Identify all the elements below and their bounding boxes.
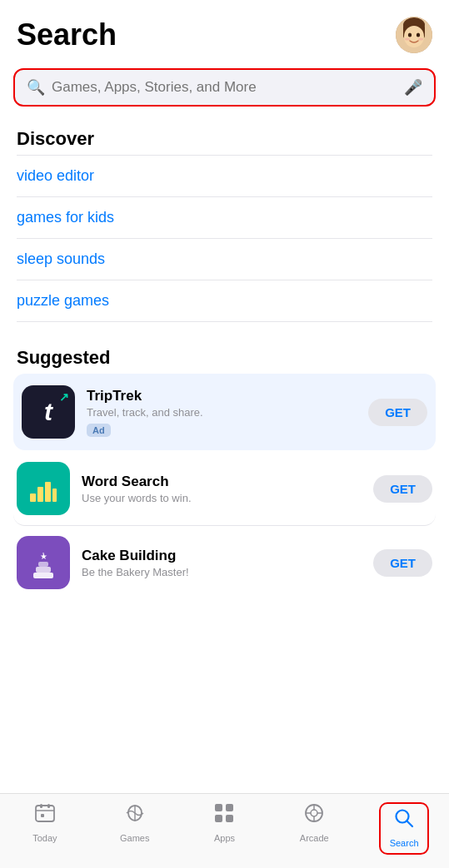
svg-rect-9	[30, 494, 36, 502]
discover-item[interactable]: puzzle games	[17, 280, 432, 322]
app-name: Word Search	[82, 474, 362, 490]
nav-label-apps: Apps	[214, 833, 235, 843]
app-icon-wordsearch	[17, 462, 70, 515]
search-bar[interactable]: 🔍 🎤	[13, 68, 436, 107]
app-row-triptrek[interactable]: t ↗ TripTrek Travel, track, and share. A…	[13, 374, 436, 450]
svg-rect-18	[36, 806, 54, 821]
discover-item[interactable]: video editor	[17, 155, 432, 197]
triptrek-arrow-icon: ↗	[59, 390, 69, 404]
avatar[interactable]	[396, 17, 432, 53]
suggested-section-title: Suggested	[0, 339, 449, 374]
svg-rect-20	[47, 804, 50, 808]
svg-rect-19	[40, 804, 42, 808]
svg-rect-22	[41, 814, 44, 817]
apps-icon	[213, 802, 235, 830]
page-title: Search	[17, 17, 117, 52]
svg-point-7	[405, 38, 410, 41]
nav-label-arcade: Arcade	[300, 833, 329, 843]
nav-item-apps[interactable]: Apps	[199, 802, 249, 843]
search-icon: 🔍	[27, 78, 45, 97]
discover-section-title: Discover	[0, 120, 449, 155]
app-row-wordsearch[interactable]: Word Search Use your words to win. GET	[13, 452, 436, 526]
app-info-cakebuilding: Cake Building Be the Bakery Master!	[82, 548, 362, 578]
svg-text:↑: ↑	[42, 550, 46, 558]
search-nav-icon	[393, 807, 415, 835]
today-icon	[34, 802, 56, 830]
nav-label-today: Today	[32, 833, 57, 843]
discover-list: video editor games for kids sleep sounds…	[0, 155, 449, 322]
bottom-nav: Today Games Apps	[0, 793, 449, 868]
discover-section: Discover video editor games for kids sle…	[0, 120, 449, 322]
svg-rect-10	[37, 487, 43, 502]
svg-rect-12	[52, 489, 57, 502]
app-icon-cakebuilding: ★ ↑	[17, 536, 70, 589]
svg-point-29	[311, 810, 317, 816]
search-bar-container: 🔍 🎤	[0, 62, 449, 120]
app-desc: Be the Bakery Master!	[82, 566, 362, 578]
svg-rect-27	[226, 815, 233, 822]
nav-item-arcade[interactable]: Arcade	[289, 802, 339, 843]
svg-rect-11	[45, 482, 51, 502]
arcade-icon	[303, 802, 325, 830]
page-header: Search	[0, 0, 449, 62]
app-info-wordsearch: Word Search Use your words to win.	[82, 474, 362, 504]
nav-item-today[interactable]: Today	[20, 802, 70, 843]
svg-line-35	[407, 821, 413, 827]
microphone-icon[interactable]: 🎤	[404, 78, 422, 97]
ad-badge: Ad	[87, 424, 111, 437]
app-desc: Travel, track, and share.	[87, 406, 357, 419]
nav-label-search: Search	[390, 838, 419, 848]
nav-label-games: Games	[120, 833, 149, 843]
app-name: Cake Building	[82, 548, 362, 564]
discover-item[interactable]: sleep sounds	[17, 239, 432, 280]
app-name: TripTrek	[87, 388, 357, 404]
get-button-wordsearch[interactable]: GET	[373, 475, 432, 503]
svg-rect-25	[226, 804, 233, 811]
svg-rect-14	[36, 567, 51, 573]
svg-rect-24	[215, 804, 222, 811]
suggested-list: t ↗ TripTrek Travel, track, and share. A…	[0, 374, 449, 599]
svg-rect-15	[38, 562, 48, 567]
svg-point-5	[408, 33, 412, 37]
svg-point-4	[404, 26, 424, 47]
nav-item-games[interactable]: Games	[110, 802, 160, 843]
search-input[interactable]	[52, 79, 397, 96]
get-button-cakebuilding[interactable]: GET	[373, 549, 432, 577]
app-row-cakebuilding[interactable]: ★ ↑ Cake Building Be the Bakery Master! …	[13, 526, 436, 599]
app-desc: Use your words to win.	[82, 492, 362, 504]
suggested-section: Suggested t ↗ TripTrek Travel, track, an…	[0, 339, 449, 599]
app-icon-triptrek: t ↗	[22, 385, 75, 439]
svg-point-8	[418, 38, 423, 41]
app-info-triptrek: TripTrek Travel, track, and share. Ad	[87, 388, 357, 437]
app-badges: Ad	[87, 424, 357, 437]
get-button-triptrek[interactable]: GET	[368, 399, 427, 426]
svg-point-6	[417, 33, 420, 37]
discover-item[interactable]: games for kids	[17, 197, 432, 239]
nav-item-search[interactable]: Search	[379, 802, 429, 855]
svg-rect-13	[33, 573, 53, 578]
games-icon	[124, 802, 146, 830]
svg-rect-26	[215, 815, 222, 822]
